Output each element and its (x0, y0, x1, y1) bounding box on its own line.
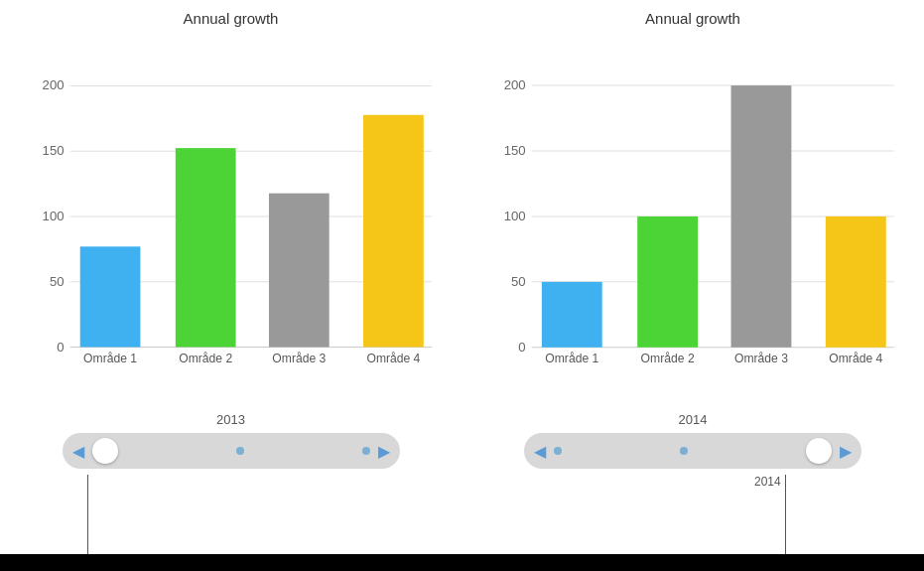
left-scrubber-left-arrow[interactable]: ◀ (72, 442, 84, 461)
right-year-label: 2014 (679, 412, 708, 427)
right-scrubber-dot-2 (680, 447, 688, 455)
left-scrubber-right-arrow[interactable]: ▶ (378, 442, 390, 461)
svg-text:Område 1: Område 1 (545, 352, 598, 365)
bar-left-4 (363, 115, 424, 348)
right-annotation-label: 2014 (754, 475, 781, 489)
svg-text:150: 150 (43, 143, 65, 158)
bar-right-1 (542, 282, 602, 348)
svg-text:Område 4: Område 4 (366, 352, 420, 365)
svg-text:Område 2: Område 2 (179, 352, 232, 365)
left-block: Annual growth 200 150 100 (0, 0, 462, 571)
right-scrubber-right-arrow[interactable]: ▶ (840, 442, 852, 461)
bar-left-2 (176, 148, 236, 347)
bar-left-1 (80, 246, 141, 347)
left-scrubber: ◀ ▶ (63, 433, 400, 469)
left-scrubber-wrapper: ◀ ▶ (0, 427, 462, 475)
svg-text:100: 100 (504, 209, 526, 223)
left-scrubber-thumb[interactable] (92, 438, 118, 464)
right-scrubber-left-arrow[interactable]: ◀ (534, 442, 546, 461)
left-black-bottom (0, 554, 462, 571)
left-annotation-line (87, 475, 88, 554)
right-block: Annual growth 200 150 100 50 0 (462, 0, 924, 571)
right-scrubber-wrapper: ◀ ▶ (462, 427, 924, 475)
right-chart-area: 200 150 100 50 0 Område 1 Område 2 Områd… (481, 33, 904, 410)
right-chart-svg: 200 150 100 50 0 Område 1 Område 2 Områd… (481, 33, 904, 410)
bar-right-4 (826, 216, 886, 348)
bar-right-3 (731, 85, 792, 348)
svg-text:Område 2: Område 2 (641, 352, 695, 365)
svg-text:100: 100 (43, 209, 65, 223)
right-scrubber-track (546, 438, 840, 464)
svg-text:200: 200 (504, 77, 526, 92)
svg-text:50: 50 (50, 274, 65, 289)
right-scrubber-dot-1 (554, 447, 562, 455)
svg-text:50: 50 (511, 274, 526, 289)
svg-text:Område 4: Område 4 (829, 352, 882, 365)
svg-text:200: 200 (43, 77, 65, 92)
left-scrubber-track (84, 438, 378, 464)
svg-text:0: 0 (57, 340, 64, 355)
left-annotation-area (0, 475, 462, 554)
svg-text:Område 1: Område 1 (83, 352, 137, 365)
right-annotation-area: 2014 (462, 475, 924, 554)
right-annotation: 2014 (754, 475, 786, 554)
right-scrubber: ◀ ▶ (524, 433, 861, 469)
right-scrubber-thumb[interactable] (806, 438, 832, 464)
right-black-bottom (462, 554, 924, 571)
left-chart-area: 200 150 100 50 0 Område 1 Område 2 (20, 33, 442, 410)
svg-text:Område 3: Område 3 (734, 352, 788, 365)
bar-right-2 (637, 216, 698, 348)
svg-text:0: 0 (518, 340, 525, 355)
left-chart-svg: 200 150 100 50 0 Område 1 Område 2 (20, 33, 442, 410)
left-scrubber-dot-1 (236, 447, 244, 455)
left-chart-panel: Annual growth 200 150 100 (0, 0, 462, 427)
left-scrubber-dot-2 (362, 447, 370, 455)
svg-text:150: 150 (504, 143, 526, 158)
svg-text:Område 3: Område 3 (272, 352, 326, 365)
left-year-label: 2013 (216, 412, 245, 427)
right-chart-panel: Annual growth 200 150 100 50 0 (462, 0, 924, 427)
left-chart-title: Annual growth (184, 10, 279, 27)
right-chart-title: Annual growth (645, 10, 740, 27)
right-annotation-line (785, 475, 786, 554)
bar-left-3 (269, 194, 330, 348)
panels-row: Annual growth 200 150 100 (0, 0, 924, 571)
